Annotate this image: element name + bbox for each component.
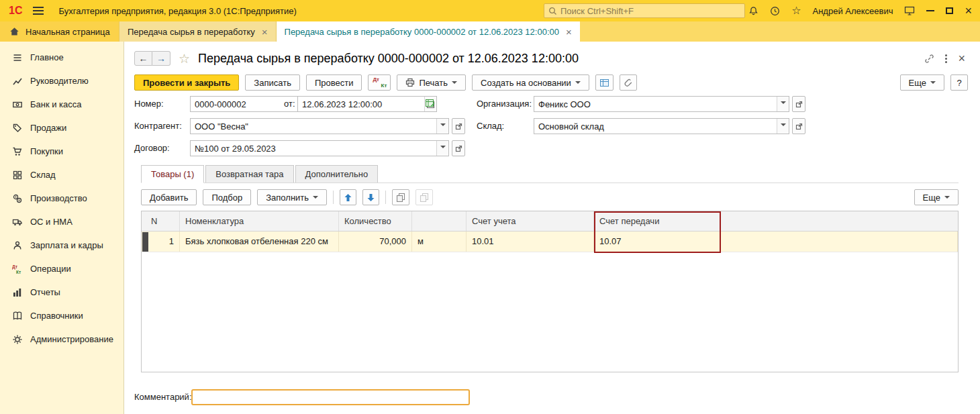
open-item-icon[interactable] — [452, 118, 465, 134]
add-row-button[interactable]: Добавить — [141, 189, 197, 205]
sidebar-item-administration[interactable]: Администрирование — [0, 327, 124, 351]
tab-label: Товары (1) — [151, 169, 194, 179]
tab-document-list[interactable]: Передача сырья в переработку × — [119, 21, 277, 42]
button-label: Печать — [419, 78, 448, 88]
notifications-icon[interactable] — [748, 6, 758, 16]
tab-additional[interactable]: Дополнительно — [295, 165, 379, 183]
maximize-button[interactable] — [946, 7, 953, 14]
open-item-icon[interactable] — [452, 140, 465, 156]
sidebar-item-operations[interactable]: ДтКт Операции — [0, 257, 124, 280]
more-menu-icon[interactable] — [945, 53, 947, 64]
sidebar-item-production[interactable]: Производство — [0, 187, 124, 210]
close-window-button[interactable]: × — [965, 5, 972, 17]
global-search[interactable] — [544, 3, 745, 18]
sidebar-item-warehouse[interactable]: Склад — [0, 163, 124, 187]
minimize-button[interactable] — [926, 10, 934, 11]
tab-close-icon[interactable]: × — [566, 27, 572, 37]
tab-label: Возвратная тара — [215, 169, 283, 179]
nav-back-button[interactable]: ← — [134, 51, 152, 66]
move-row-down-button[interactable] — [362, 189, 379, 205]
favorites-icon[interactable]: ☆ — [791, 5, 801, 16]
display-settings-icon[interactable] — [904, 6, 915, 16]
cell-account[interactable]: 10.01 — [467, 231, 594, 252]
button-label: Заполнить — [266, 193, 309, 203]
search-input[interactable] — [560, 6, 740, 16]
main-menu-icon[interactable] — [33, 5, 44, 17]
cell-nomenclature[interactable]: Бязь хлопковая отбеленная 220 см — [180, 231, 339, 252]
organization-input[interactable] — [534, 99, 777, 109]
sidebar-item-main[interactable]: Главное — [0, 46, 124, 69]
column-header-filler — [721, 211, 958, 231]
sidebar-item-label: Отчеты — [30, 287, 60, 297]
open-item-icon[interactable] — [792, 96, 805, 112]
print-button[interactable]: Печать — [397, 74, 466, 91]
link-icon[interactable] — [924, 54, 934, 64]
save-button[interactable]: Записать — [245, 74, 300, 91]
column-header-account[interactable]: Счет учета — [467, 211, 594, 231]
sidebar-item-label: ОС и НМА — [30, 217, 72, 227]
help-button[interactable]: ? — [950, 74, 968, 91]
column-header-n[interactable]: N — [142, 211, 180, 231]
post-button[interactable]: Провести — [306, 74, 362, 91]
post-and-close-button[interactable]: Провести и закрыть — [134, 74, 239, 91]
grid-more-button[interactable]: Еще — [914, 189, 959, 205]
app-title: Бухгалтерия предприятия, редакция 3.0 (1… — [58, 6, 296, 16]
sidebar-item-bank-cash[interactable]: Банк и касса — [0, 93, 124, 116]
sidebar-item-references[interactable]: Справочники — [0, 304, 124, 327]
paste-row-button[interactable] — [415, 189, 433, 205]
user-menu[interactable]: Андрей Алексеевич — [812, 6, 893, 16]
warehouse-input[interactable] — [534, 121, 777, 132]
sidebar-item-sales[interactable]: Продажи — [0, 116, 124, 140]
fill-button[interactable]: Заполнить — [257, 189, 327, 205]
sidebar-item-manager[interactable]: Руководителю — [0, 69, 124, 93]
column-header-transfer-account[interactable]: Счет передачи — [594, 211, 721, 231]
sidebar-item-salary-hr[interactable]: Зарплата и кадры — [0, 234, 124, 257]
number-label: Номер: — [134, 96, 164, 112]
dropdown-icon[interactable] — [777, 119, 789, 134]
move-row-up-button[interactable] — [340, 189, 356, 205]
button-label: Записать — [254, 78, 291, 88]
comment-input[interactable] — [191, 389, 470, 405]
dropdown-icon[interactable] — [436, 119, 448, 134]
button-label: Добавить — [150, 193, 188, 203]
column-header-nomenclature[interactable]: Номенклатура — [180, 211, 339, 231]
tab-close-icon[interactable]: × — [262, 27, 268, 37]
sidebar-item-fixed-assets[interactable]: ОС и НМА — [0, 210, 124, 234]
number-field — [190, 96, 277, 112]
open-item-icon[interactable] — [792, 118, 805, 134]
show-postings-button[interactable]: ДтКт — [368, 74, 391, 91]
contract-input[interactable] — [191, 144, 436, 154]
sidebar-item-label: Зарплата и кадры — [30, 240, 103, 250]
tab-home[interactable]: Начальная страница — [0, 21, 119, 42]
topbar: 1С Бухгалтерия предприятия, редакция 3.0… — [0, 0, 980, 21]
movements-report-button[interactable] — [595, 74, 614, 91]
tab-goods[interactable]: Товары (1) — [141, 165, 204, 183]
chart-trend-icon — [12, 76, 23, 87]
more-button[interactable]: Еще — [900, 74, 944, 91]
dropdown-icon[interactable] — [436, 141, 448, 156]
pick-button[interactable]: Подбор — [203, 189, 251, 205]
table-row[interactable]: 1 Бязь хлопковая отбеленная 220 см 70,00… — [142, 231, 958, 252]
create-on-base-button[interactable]: Создать на основании — [472, 74, 589, 91]
sidebar-item-purchases[interactable]: Покупки — [0, 140, 124, 163]
chevron-down-icon — [313, 196, 318, 201]
sidebar-item-label: Склад — [30, 170, 56, 180]
nav-forward-button[interactable]: → — [152, 51, 170, 66]
cell-quantity[interactable]: 70,000 — [339, 231, 412, 252]
close-form-icon[interactable]: × — [958, 52, 965, 64]
sidebar-item-reports[interactable]: Отчеты — [0, 280, 124, 304]
tab-returnable-packaging[interactable]: Возвратная тара — [205, 165, 293, 183]
dropdown-icon[interactable] — [777, 97, 789, 111]
counterparty-input[interactable] — [191, 121, 436, 132]
favorite-star-icon[interactable]: ☆ — [179, 51, 190, 66]
column-header-unit[interactable] — [412, 211, 467, 231]
column-header-quantity[interactable]: Количество — [339, 211, 412, 231]
copy-row-button[interactable] — [392, 189, 409, 205]
cell-unit[interactable]: м — [412, 231, 467, 252]
date-input[interactable] — [298, 99, 424, 109]
history-icon[interactable] — [770, 6, 780, 16]
attachments-button[interactable] — [620, 74, 637, 91]
table-edit-icon[interactable] — [425, 98, 435, 108]
cell-transfer-account[interactable]: 10.07 — [594, 231, 721, 252]
tab-document-active[interactable]: Передача сырья в переработку 0000-000002… — [277, 21, 580, 42]
